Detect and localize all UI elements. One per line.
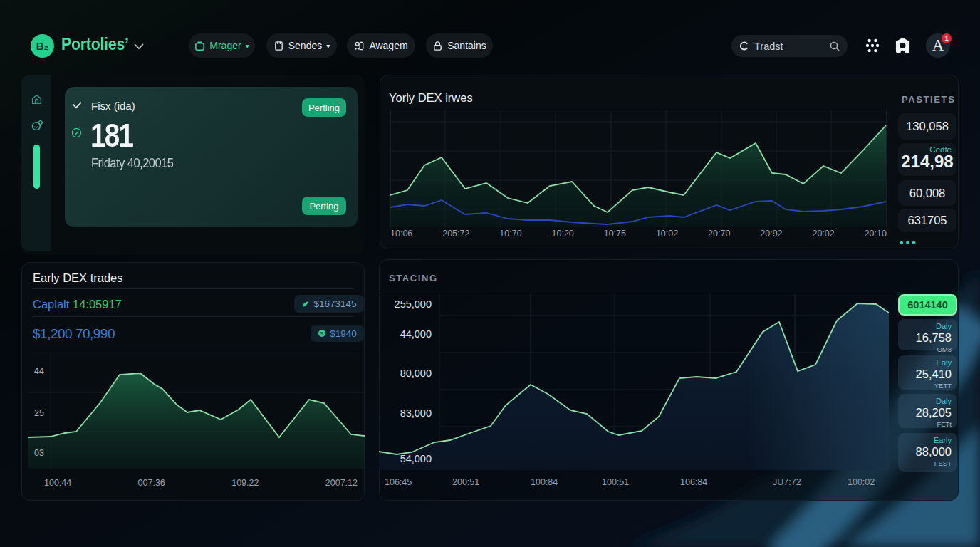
svg-text:$: $	[320, 331, 323, 336]
